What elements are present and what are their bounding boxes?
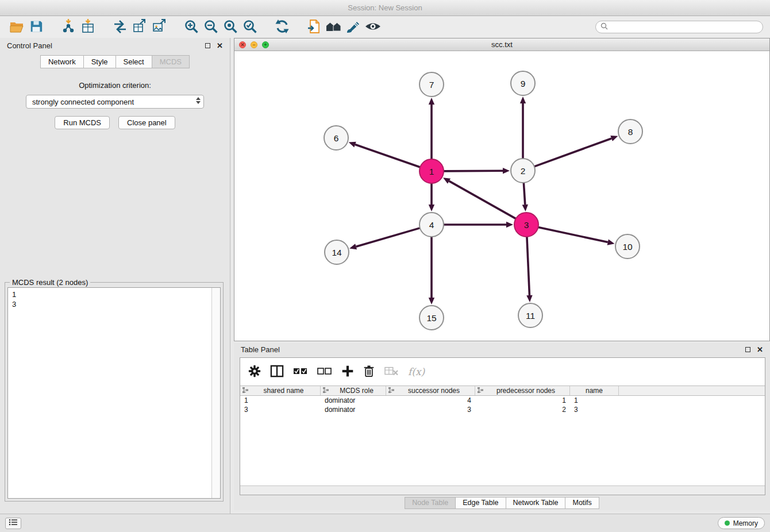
delete-table-icon — [384, 365, 399, 379]
graph-node-10[interactable]: 10 — [615, 234, 640, 259]
cell-mcds-role[interactable]: dominator — [321, 396, 386, 405]
import-table-from-file-button[interactable] — [78, 18, 98, 36]
zoom-selected-button[interactable] — [240, 18, 260, 36]
zoom-out-button[interactable] — [201, 18, 221, 36]
graph-edge-1-6[interactable] — [355, 145, 420, 168]
result-scrollbar[interactable] — [211, 288, 220, 498]
select-all-columns-button[interactable] — [293, 367, 308, 377]
tab-style[interactable]: Style — [84, 55, 116, 68]
cell-predecessor-nodes[interactable]: 2 — [475, 405, 570, 414]
cell-name[interactable]: 3 — [570, 405, 619, 414]
graph-edge-3-10[interactable] — [538, 227, 608, 242]
network-window-titlebar[interactable]: ✕ − + scc.txt — [234, 38, 769, 51]
graph-node-3-selected[interactable]: 3 — [514, 213, 538, 237]
tab-network[interactable]: Network — [40, 55, 84, 68]
close-panel-icon[interactable]: ✕ — [217, 42, 223, 49]
column-header-name[interactable]: name — [570, 386, 619, 395]
export-table-button[interactable] — [130, 18, 149, 36]
column-header-shared-name[interactable]: shared name — [240, 386, 321, 395]
criterion-dropdown[interactable]: strongly connected component — [26, 95, 204, 109]
column-header-successor-nodes[interactable]: successor nodes — [386, 386, 475, 395]
column-sort-icon — [322, 385, 329, 396]
cell-name[interactable]: 1 — [570, 396, 619, 405]
minimize-window-icon[interactable]: − — [251, 41, 257, 48]
graph-node-7[interactable]: 7 — [419, 72, 444, 97]
cell-shared-name[interactable]: 3 — [240, 405, 321, 414]
tab-select[interactable]: Select — [116, 55, 152, 68]
export-image-button[interactable] — [149, 18, 169, 36]
tab-edge-table[interactable]: Edge Table — [456, 497, 506, 509]
delete-table-button[interactable] — [384, 365, 399, 379]
graph-node-8[interactable]: 8 — [618, 119, 642, 144]
main-toolbar — [0, 16, 770, 38]
table-settings-button[interactable] — [248, 365, 261, 379]
graph-edge-3-11[interactable] — [527, 237, 530, 295]
show-columns-button[interactable] — [270, 365, 284, 379]
run-mcds-button[interactable]: Run MCDS — [55, 116, 110, 129]
graph-node-6[interactable]: 6 — [324, 126, 348, 150]
cell-successor-nodes[interactable]: 3 — [386, 405, 475, 414]
graph-edge-4-14[interactable] — [356, 228, 420, 246]
float-panel-icon[interactable] — [205, 43, 210, 48]
tab-node-table[interactable]: Node Table — [405, 497, 456, 509]
zoom-fit-button[interactable] — [221, 18, 240, 36]
show-graphics-details-button[interactable] — [363, 18, 383, 36]
save-session-button[interactable] — [26, 18, 46, 36]
memory-button[interactable]: Memory — [718, 517, 765, 529]
graph-node-14[interactable]: 14 — [325, 240, 349, 264]
network-view-window: ✕ − + scc.txt 7968124314101511 — [234, 38, 770, 341]
create-column-button[interactable] — [341, 365, 354, 379]
cell-predecessor-nodes[interactable]: 1 — [475, 396, 570, 405]
cell-mcds-role[interactable]: dominator — [321, 405, 386, 414]
show-panels-button[interactable] — [5, 518, 21, 529]
column-header-mcds-role[interactable]: MCDS role — [321, 386, 386, 395]
column-header-predecessor-nodes[interactable]: predecessor nodes — [475, 386, 570, 395]
graph-node-1-selected[interactable]: 1 — [419, 159, 444, 183]
apply-style-button[interactable] — [344, 18, 363, 36]
graph-node-2[interactable]: 2 — [511, 159, 535, 183]
import-network-button[interactable] — [110, 18, 130, 36]
network-canvas[interactable]: 7968124314101511 — [234, 51, 769, 341]
paint-brush-icon — [346, 19, 361, 36]
cell-shared-name[interactable]: 1 — [240, 396, 321, 405]
table-horizontal-scrollbar[interactable] — [240, 485, 765, 495]
tab-network-table[interactable]: Network Table — [506, 497, 566, 509]
maximize-window-icon[interactable]: + — [262, 41, 269, 48]
status-bar: Memory — [0, 514, 770, 532]
delete-column-button[interactable] — [363, 365, 375, 379]
toolbar-search-field[interactable] — [595, 21, 763, 33]
svg-text:1: 1 — [429, 167, 434, 176]
import-table-file-icon — [80, 19, 95, 36]
tab-mcds[interactable]: MCDS — [152, 55, 190, 68]
graph-edge-2-3[interactable] — [523, 183, 525, 205]
graph-edge-2-8[interactable] — [534, 138, 611, 167]
import-network-from-file-button[interactable] — [59, 18, 78, 36]
graph-node-11[interactable]: 11 — [518, 303, 542, 327]
graph-edge-3-1[interactable] — [449, 181, 515, 219]
close-window-icon[interactable]: ✕ — [239, 41, 246, 48]
close-table-panel-icon[interactable]: ✕ — [757, 346, 763, 353]
toolbar-spacer — [292, 27, 305, 28]
graph-edge-1-2[interactable] — [444, 171, 503, 171]
close-panel-button[interactable]: Close panel — [118, 116, 175, 129]
graph-edge-arrowhead — [429, 298, 434, 304]
memory-label: Memory — [733, 519, 758, 527]
export-network-button[interactable] — [305, 18, 324, 36]
graph-node-9[interactable]: 9 — [511, 71, 535, 95]
graph-node-15[interactable]: 15 — [419, 306, 444, 330]
refresh-view-button[interactable] — [272, 18, 292, 36]
graph-node-4[interactable]: 4 — [419, 213, 444, 237]
zoom-in-button[interactable] — [182, 18, 201, 36]
tab-motifs[interactable]: Motifs — [565, 497, 599, 509]
network-overview-button[interactable] — [324, 18, 344, 36]
search-input[interactable] — [611, 23, 758, 31]
open-session-button[interactable] — [7, 18, 26, 36]
cell-successor-nodes[interactable]: 4 — [386, 396, 475, 405]
memory-status-icon — [725, 521, 730, 526]
table-row[interactable]: 3 dominator 3 2 3 — [240, 405, 765, 414]
deselect-all-columns-button[interactable] — [317, 367, 332, 377]
window-titlebar[interactable]: Session: New Session — [0, 0, 770, 16]
table-row[interactable]: 1 dominator 4 1 1 — [240, 396, 765, 405]
float-table-panel-icon[interactable] — [745, 347, 750, 352]
function-builder-button[interactable]: f(x) — [408, 366, 425, 377]
